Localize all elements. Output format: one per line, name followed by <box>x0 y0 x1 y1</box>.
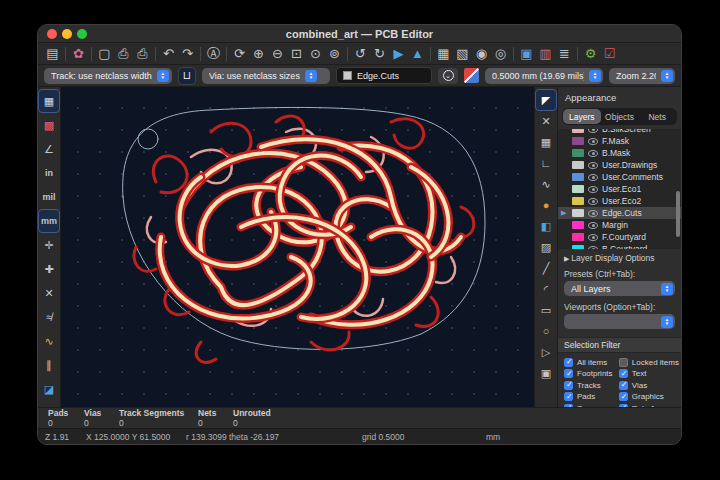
layer-row[interactable]: F.Mask <box>558 135 681 147</box>
route-tracks-tool-icon[interactable]: ∟ <box>536 153 556 173</box>
viewports-dropdown[interactable] <box>564 314 675 329</box>
zoom-fit-objects-icon[interactable]: ⊙ <box>306 45 325 63</box>
layer-name[interactable]: User.Drawings <box>602 160 657 170</box>
layer-color-swatch[interactable] <box>572 129 584 133</box>
layer-row[interactable]: B.Courtyard <box>558 243 681 249</box>
pcb-canvas[interactable] <box>61 87 534 407</box>
via-size-dropdown[interactable]: Via: use netclass sizes <box>202 68 330 84</box>
layer-row[interactable]: User.Comments <box>558 171 681 183</box>
checkbox[interactable] <box>564 358 573 367</box>
visibility-eye-icon[interactable] <box>588 246 598 250</box>
net-highlight-mode-icon[interactable]: ∿ <box>39 330 59 352</box>
layer-name[interactable]: F.Courtyard <box>602 232 646 242</box>
track-width-dropdown[interactable]: Track: use netclass width <box>44 68 172 84</box>
save-icon[interactable]: ▤ <box>43 45 62 63</box>
layer-selector-expand-button[interactable]: ⌄ <box>438 68 458 84</box>
redo-icon[interactable]: ↷ <box>178 45 197 63</box>
units-mm-icon[interactable]: mm <box>39 210 59 232</box>
add-footprint-tool-icon[interactable]: ▦ <box>536 132 556 152</box>
zoom-dropdown[interactable]: Zoom 2.20 <box>609 68 675 84</box>
zoom-fit-page-icon[interactable]: ⊡ <box>287 45 306 63</box>
visibility-eye-icon[interactable] <box>588 234 598 241</box>
checkbox[interactable] <box>564 392 573 401</box>
visibility-eye-icon[interactable] <box>588 222 598 229</box>
selection-filter-item[interactable]: Zones <box>564 403 619 407</box>
selection-filter-item[interactable]: Tracks <box>564 380 619 391</box>
ratsnest-toggle-icon[interactable]: ✕ <box>39 282 59 304</box>
checkbox[interactable] <box>619 369 628 378</box>
presets-dropdown[interactable]: All Layers <box>564 281 675 296</box>
group-icon[interactable]: ▦ <box>434 45 453 63</box>
draw-polygon-tool-icon[interactable]: ▷ <box>536 342 556 362</box>
layer-name[interactable]: B.Courtyard <box>602 244 647 249</box>
highlight-net-tool-icon[interactable]: ✕ <box>536 111 556 131</box>
layer-row[interactable]: User.Drawings <box>558 159 681 171</box>
layer-row[interactable]: F.Courtyard <box>558 231 681 243</box>
layer-color-swatch[interactable] <box>572 209 584 217</box>
print-icon[interactable]: ⎙ <box>114 45 133 63</box>
footprint-library-browser-icon[interactable]: ▥ <box>536 45 555 63</box>
units-mils-icon[interactable]: mil <box>39 186 59 208</box>
add-zone-tool-icon[interactable]: ◧ <box>536 216 556 236</box>
zoom-selection-icon[interactable]: ⊚ <box>325 45 344 63</box>
zoom-window-button[interactable] <box>77 29 87 39</box>
undo-icon[interactable]: ↶ <box>159 45 178 63</box>
layers-scrollbar[interactable] <box>676 191 680 237</box>
layer-color-swatch[interactable] <box>572 137 584 145</box>
checkbox[interactable] <box>564 369 573 378</box>
locked-items-lock-icon[interactable]: ▩ <box>39 114 59 136</box>
design-rules-check-icon[interactable]: ☑ <box>600 45 619 63</box>
zoom-out-icon[interactable]: ⊖ <box>268 45 287 63</box>
visibility-eye-icon[interactable] <box>588 129 598 133</box>
plot-icon[interactable]: ⎙ <box>133 45 152 63</box>
units-inches-icon[interactable]: in <box>39 162 59 184</box>
visibility-eye-icon[interactable] <box>588 162 598 169</box>
visibility-eye-icon[interactable] <box>588 174 598 181</box>
layer-name[interactable]: User.Comments <box>602 172 663 182</box>
layer-row[interactable]: Edge.Cuts <box>558 207 681 219</box>
visibility-eye-icon[interactable] <box>588 138 598 145</box>
checkbox[interactable] <box>619 381 628 390</box>
title-bar[interactable]: combined_art — PCB Editor <box>38 25 681 43</box>
layer-color-swatch[interactable] <box>572 149 584 157</box>
active-layer-selector[interactable]: Edge.Cuts <box>336 67 432 84</box>
layer-row[interactable]: B.Mask <box>558 147 681 159</box>
checkbox[interactable] <box>619 404 628 407</box>
plugin-manager-icon[interactable]: ⚙ <box>581 45 600 63</box>
mirror-icon[interactable]: ▲ <box>408 45 427 63</box>
layer-color-swatch[interactable] <box>572 173 584 181</box>
layer-name[interactable]: User.Eco2 <box>602 196 641 206</box>
board-setup-icon[interactable]: ✿ <box>69 45 88 63</box>
fullscreen-crosshair-icon[interactable]: ✚ <box>39 258 59 280</box>
selection-filter-item[interactable]: Text <box>619 369 681 380</box>
via-display-mode-icon[interactable]: ∥ <box>39 354 59 376</box>
select-tool-icon[interactable]: ◤ <box>536 90 556 110</box>
flip-board-view-icon[interactable]: ▶ <box>389 45 408 63</box>
add-rule-area-tool-icon[interactable]: ▨ <box>536 237 556 257</box>
grid-toggle-icon[interactable]: ▦ <box>39 90 59 112</box>
close-window-button[interactable] <box>47 29 57 39</box>
find-icon[interactable]: Ⓐ <box>204 45 223 63</box>
layer-color-swatch[interactable] <box>572 161 584 169</box>
layer-name[interactable]: Edge.Cuts <box>602 208 642 218</box>
visibility-eye-icon[interactable] <box>588 186 598 193</box>
visibility-eye-icon[interactable] <box>588 210 598 217</box>
add-via-tool-icon[interactable]: ● <box>536 195 556 215</box>
zoom-in-icon[interactable]: ⊕ <box>249 45 268 63</box>
selection-filter-item[interactable]: Pads <box>564 392 619 403</box>
draw-circle-tool-icon[interactable]: ○ <box>536 321 556 341</box>
add-image-tool-icon[interactable]: ▣ <box>536 363 556 383</box>
draw-rectangle-tool-icon[interactable]: ▭ <box>536 300 556 320</box>
minimize-window-button[interactable] <box>62 29 72 39</box>
layer-row[interactable]: User.Eco2 <box>558 195 681 207</box>
layer-name[interactable]: User.Eco1 <box>602 184 641 194</box>
layer-stackup-icon[interactable]: ≣ <box>555 45 574 63</box>
checkbox[interactable] <box>564 381 573 390</box>
ratsnest-curved-toggle-icon[interactable]: ≉ <box>39 306 59 328</box>
layer-display-options-toggle[interactable]: Layer Display Options <box>558 249 681 263</box>
layer-pair-icon[interactable] <box>464 68 479 83</box>
appearance-tab[interactable]: Layers <box>563 109 601 124</box>
lock-icon[interactable]: ◉ <box>472 45 491 63</box>
rotate-ccw-icon[interactable]: ↺ <box>351 45 370 63</box>
layer-color-swatch[interactable] <box>572 221 584 229</box>
